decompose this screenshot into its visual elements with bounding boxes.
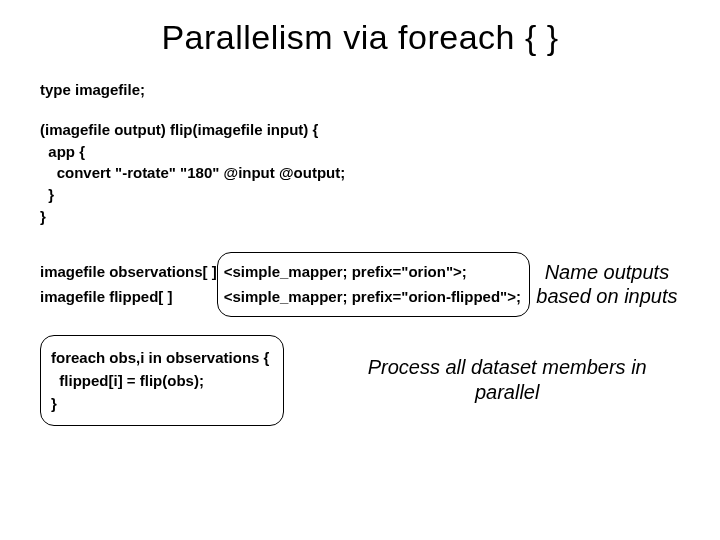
annotation-process-all: Process all dataset members in parallel xyxy=(334,355,680,405)
foreach-row: foreach obs,i in observations { flipped[… xyxy=(40,335,680,427)
code-declarations: imagefile observations[ ] imagefile flip… xyxy=(40,259,217,310)
code-typedef: type imagefile; xyxy=(40,79,680,101)
mapper-bubble: <simple_mapper; prefix="orion">; <simple… xyxy=(217,252,530,317)
slide-title: Parallelism via foreach { } xyxy=(40,18,680,57)
mapper-row: imagefile observations[ ] imagefile flip… xyxy=(40,252,680,317)
code-function-def: (imagefile output) flip(imagefile input)… xyxy=(40,119,680,228)
foreach-bubble: foreach obs,i in observations { flipped[… xyxy=(40,335,284,427)
annotation-name-outputs: Name outputs based on inputs xyxy=(536,260,678,308)
